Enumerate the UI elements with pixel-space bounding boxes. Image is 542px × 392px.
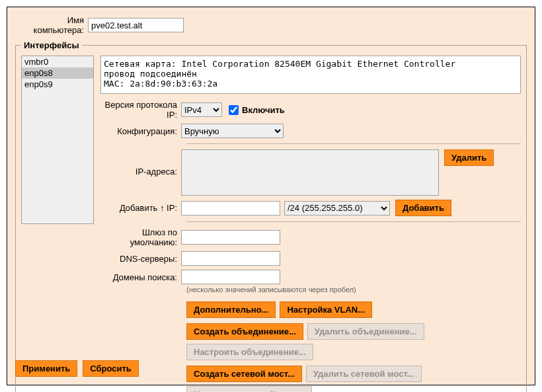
enable-label: Включить xyxy=(242,105,285,115)
reset-button[interactable]: Сбросить xyxy=(83,360,139,377)
delete-bond-button: Удалить объединение... xyxy=(307,323,424,340)
ip-version-select[interactable]: IPv4 xyxy=(181,102,222,117)
delete-ip-button[interactable]: Удалить xyxy=(444,149,494,166)
vlan-button[interactable]: Настройка VLAN... xyxy=(280,301,372,318)
apply-button[interactable]: Применить xyxy=(15,360,77,377)
interface-info: Сетевая карта: Intel Corporation 82540EM… xyxy=(100,56,521,94)
enable-checkbox[interactable] xyxy=(229,105,239,115)
hostname-label: Имя компьютера: xyxy=(15,15,88,35)
interface-list[interactable]: vmbr0enp0s8enp0s9 xyxy=(21,56,94,224)
config-select[interactable]: Вручную xyxy=(181,124,284,138)
gateway-label: Шлюз по умолчанию: xyxy=(100,227,181,247)
dns-input[interactable] xyxy=(181,251,280,266)
search-label: Домены поиска: xyxy=(100,272,181,282)
advanced-button[interactable]: Дополнительно... xyxy=(186,301,276,318)
config-label: Конфигурация: xyxy=(100,126,181,136)
delete-bridge-button: Удалить сетевой мост... xyxy=(306,366,422,382)
multi-value-hint: (несколько значений записываются через п… xyxy=(186,286,521,294)
add-ip-input[interactable] xyxy=(181,201,280,216)
network-config-panel: Имя компьютера: Интерфейсы vmbr0enp0s8en… xyxy=(7,7,535,385)
interfaces-fieldset: Интерфейсы vmbr0enp0s8enp0s9 Сетевая кар… xyxy=(15,40,527,392)
search-input[interactable] xyxy=(181,270,280,284)
create-bridge-button[interactable]: Создать сетевой мост... xyxy=(186,366,302,382)
netmask-select[interactable]: /24 (255.255.255.0) xyxy=(284,201,390,216)
gateway-input[interactable] xyxy=(181,230,280,245)
interfaces-legend: Интерфейсы xyxy=(21,40,82,50)
hostname-input[interactable] xyxy=(88,18,184,32)
interface-item[interactable]: enp0s9 xyxy=(22,79,93,90)
ip-addresses-list[interactable] xyxy=(181,149,439,196)
add-ip-button[interactable]: Добавить xyxy=(395,200,451,216)
config-bond-button: Настроить объединение... xyxy=(186,344,313,360)
dns-label: DNS-серверы: xyxy=(100,254,181,264)
ip-version-label: Версия протокола IP: xyxy=(100,100,181,120)
interface-item[interactable]: enp0s8 xyxy=(22,67,93,79)
config-bridge-button: Настроить сетевой мост... xyxy=(186,386,312,392)
add-ip-label: Добавить ↑ IP: xyxy=(100,203,181,213)
ip-addresses-label: IP-адреса: xyxy=(100,149,181,176)
create-bond-button[interactable]: Создать объединение... xyxy=(186,323,303,340)
interface-item[interactable]: vmbr0 xyxy=(22,56,93,67)
